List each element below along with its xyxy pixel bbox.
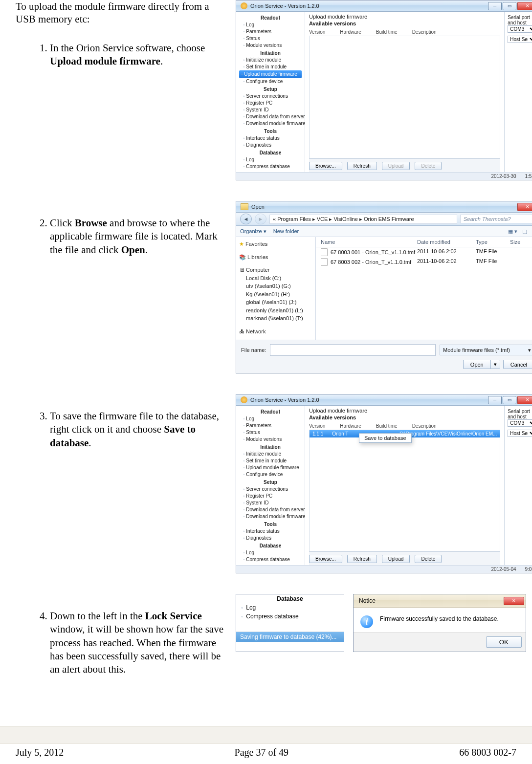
tree-item-compress[interactable]: Compress database (236, 612, 344, 621)
back-icon[interactable]: ◄ (240, 214, 252, 224)
section-title: Upload module firmware (309, 14, 500, 20)
status-progress: Saving firmware to database (42%)... (236, 632, 344, 642)
maximize-icon[interactable]: ▭ (503, 2, 516, 10)
new-folder-button[interactable]: New folder (273, 228, 299, 235)
filename-input[interactable] (270, 344, 436, 356)
close-icon[interactable]: ✕ (517, 396, 532, 404)
context-menu-save-to-database[interactable]: Save to database (359, 433, 412, 443)
filetype-combo[interactable]: Module firmware files (*.tmf)▾ (440, 345, 532, 355)
intro-text: To upload the module firmware directly f… (16, 0, 221, 26)
ok-button[interactable]: OK (486, 636, 522, 648)
file-row[interactable]: 67 8003 001 - Orion_TC_v1.1.0.tmf2011-10… (316, 247, 532, 257)
step-4: Down to the left in the Lock Service win… (50, 610, 226, 676)
view-icon[interactable]: ▦ ▾ (508, 228, 517, 235)
firmware-list[interactable]: 1.1.1Orion TC:\Program Files\VCE\VisiOnl… (309, 430, 500, 551)
breadcrumb[interactable]: « Program Files ▸ VCE ▸ VisiOnline ▸ Ori… (269, 215, 457, 224)
notice-message: Firmware successfully saved to the datab… (380, 615, 499, 628)
preview-icon[interactable]: ▢ (522, 228, 527, 235)
page-footer: July 5, 2012 Page 37 of 49 66 8003 002-7 (0, 747, 532, 758)
delete-button: Delete (415, 162, 442, 170)
tree-item-log[interactable]: Log (236, 603, 344, 612)
window-open-dialog: Open ✕ ◄ ► « Program Files ▸ VCE ▸ VisiO… (236, 201, 532, 373)
search-input[interactable]: Search Thermosta? (460, 215, 532, 223)
close-icon[interactable]: ✕ (517, 203, 532, 211)
file-list[interactable]: NameDate modifiedTypeSize 67 8003 001 - … (316, 237, 532, 340)
delete-button[interactable]: Delete (415, 555, 442, 563)
maximize-icon[interactable]: ▭ (503, 396, 516, 404)
info-icon: i (360, 615, 373, 628)
step-2: Click Browse and browse to where the app… (50, 217, 226, 257)
forward-icon: ► (255, 214, 266, 224)
close-icon[interactable]: ✕ (517, 2, 532, 10)
open-button[interactable]: Open (463, 360, 491, 369)
step-3: To save the firmware file to the databas… (50, 410, 226, 450)
upload-button[interactable]: Upload (382, 555, 410, 563)
open-split-icon[interactable]: ▾ (491, 360, 500, 369)
filename-label: File name: (241, 347, 266, 353)
cancel-button[interactable]: Cancel (503, 360, 532, 369)
file-row[interactable]: 67 8003 002 - Orion_T_v1.1.0.tmf2011-10-… (316, 257, 532, 267)
folder-icon (241, 203, 248, 210)
file-icon (321, 248, 328, 256)
nav-tree[interactable]: Readout Log Parameters Status Module ver… (236, 406, 305, 565)
browse-button[interactable]: Browse... (309, 162, 342, 170)
places-pane[interactable]: ★ Favorites 📚 Libraries 🖥 Computer Local… (236, 237, 316, 340)
com-select[interactable]: COM3 (508, 25, 532, 33)
tree-sel-upload-module-firmware[interactable]: Upload module firmware (239, 70, 302, 78)
browse-button[interactable]: Browse... (309, 555, 342, 563)
file-icon (321, 258, 328, 266)
app-icon (241, 2, 247, 9)
minimize-icon[interactable]: ─ (488, 2, 502, 10)
firmware-list[interactable] (309, 36, 500, 158)
window-orion-1: Orion Service - Version 1.2.0 ─▭✕ Readou… (236, 0, 532, 180)
upload-button: Upload (382, 162, 410, 170)
refresh-button[interactable]: Refresh (347, 555, 377, 563)
window-progress: Database Log Compress database Saving fi… (236, 594, 344, 652)
window-orion-3: Orion Service - Version 1.2.0 ─▭✕ Readou… (236, 394, 532, 573)
organize-menu[interactable]: Organize ▾ (240, 228, 266, 235)
host-select[interactable]: Host Server (508, 430, 532, 437)
host-select[interactable]: Host Server (508, 36, 532, 43)
app-icon (241, 396, 247, 403)
nav-tree[interactable]: Readout Log Parameters Status Module ver… (236, 12, 305, 172)
column-headers: VersionHardwareBuild timeDescription (309, 29, 500, 35)
side-label: Serial port and host (508, 15, 532, 25)
step-1: In the Orion Service software, choose Up… (50, 42, 226, 68)
refresh-button[interactable]: Refresh (347, 162, 377, 170)
close-icon[interactable]: ✕ (504, 597, 524, 605)
notice-dialog: Notice ✕ i Firmware successfully saved t… (353, 594, 526, 652)
minimize-icon[interactable]: ─ (488, 396, 502, 404)
section-subtitle: Available versions (309, 21, 500, 26)
notice-title: Notice (359, 597, 376, 604)
com-select[interactable]: COM3 (508, 419, 532, 427)
titlebar[interactable]: Orion Service - Version 1.2.0 ─▭✕ (236, 0, 532, 12)
